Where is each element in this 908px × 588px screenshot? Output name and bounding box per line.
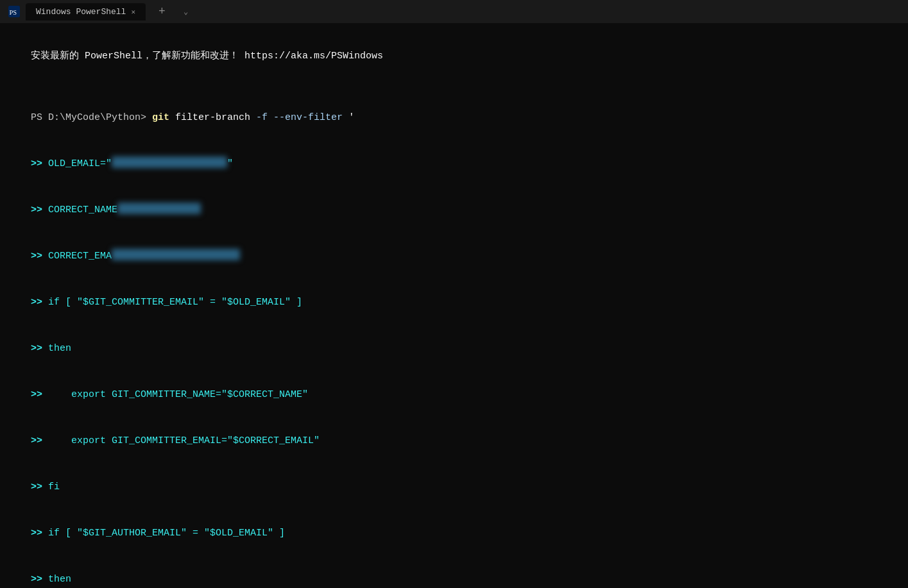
export-committer-email-line: >> export GIT_COMMITTER_EMAIL="$CORRECT_…	[8, 418, 900, 464]
command-line: PS D:\MyCode\Python> git filter-branch -…	[8, 95, 900, 141]
git-keyword: git	[152, 112, 169, 123]
new-tab-button[interactable]: +	[151, 1, 173, 22]
if-committer-line: >> if [ "$GIT_COMMITTER_EMAIL" = "$OLD_E…	[8, 280, 900, 326]
ps-prompt: PS D:\MyCode\Python>	[31, 112, 152, 123]
tab-dropdown-button[interactable]: ⌄	[178, 3, 193, 21]
tab-close-button[interactable]: ✕	[131, 8, 135, 16]
correct-name-line: >> CORRECT_NAME	[8, 187, 900, 233]
cmd-rest: filter-branch	[169, 112, 256, 123]
terminal-body: 安装最新的 PowerShell，了解新功能和改进！ https://aka.m…	[0, 23, 908, 588]
powershell-icon: PS	[8, 5, 21, 18]
old-email-line: >> OLD_EMAIL=" "	[8, 141, 900, 187]
correct-email-line: >> CORRECT_EMA	[8, 233, 900, 280]
redacted-email-2	[112, 249, 240, 260]
tab-label: Windows PowerShell	[36, 7, 126, 17]
svg-text:PS: PS	[10, 9, 17, 16]
blank-line-1	[8, 80, 900, 95]
if-author-line: >> if [ "$GIT_AUTHOR_EMAIL" = "$OLD_EMAI…	[8, 510, 900, 557]
install-notice-line: 安装最新的 PowerShell，了解新功能和改进！ https://aka.m…	[8, 33, 900, 80]
fi-line-1: >> fi	[8, 464, 900, 510]
export-committer-name-line: >> export GIT_COMMITTER_NAME="$CORRECT_N…	[8, 372, 900, 418]
titlebar: PS Windows PowerShell ✕ + ⌄	[0, 0, 908, 23]
redacted-email-1	[112, 156, 227, 168]
cmd-quote: '	[343, 112, 354, 123]
then-line-2: >> then	[8, 557, 900, 588]
redacted-name	[117, 203, 201, 214]
then-line-1: >> then	[8, 326, 900, 372]
tab-powershell[interactable]: Windows PowerShell ✕	[26, 3, 146, 21]
cmd-flag-f: -f --env-filter	[256, 112, 343, 123]
